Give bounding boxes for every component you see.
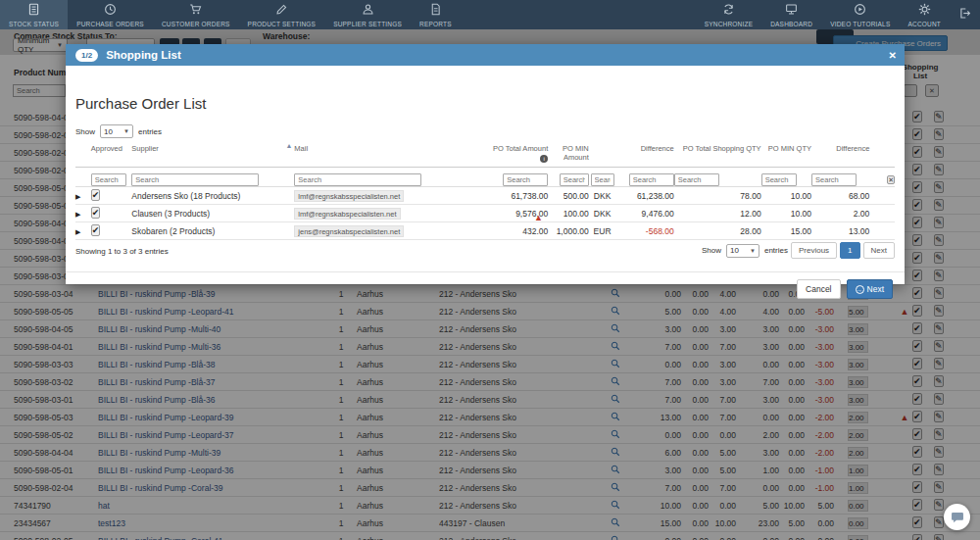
po-min-search-input[interactable] xyxy=(560,173,589,186)
next-page-button[interactable]: Next xyxy=(863,242,895,259)
nav-label: STOCK STATUS xyxy=(9,21,59,27)
modal-body: Purchase Order List Show 10▼ entries App… xyxy=(66,66,905,284)
nav-label: PRODUCT SETTINGS xyxy=(248,21,317,27)
top-navbar: STOCK STATUS PURCHASE ORDERS CUSTOMER OR… xyxy=(0,0,980,29)
po-total-cell: 432.00 xyxy=(480,226,548,236)
nav-item-synchronize[interactable]: SYNCHRONIZE xyxy=(696,0,762,29)
show-label: Show xyxy=(75,127,95,136)
nav-item-account[interactable]: ACCOUNT xyxy=(899,0,950,29)
nav-item-video-tutorials[interactable]: VIDEO TUTORIALS xyxy=(821,0,899,29)
nav-label: DASHBOARD xyxy=(770,21,812,27)
col-po-min-amount[interactable]: PO MIN Amount xyxy=(548,144,589,162)
mail-search-input[interactable] xyxy=(294,173,421,186)
entries-label: entries xyxy=(138,127,162,136)
close-icon[interactable]: ✕ xyxy=(889,50,897,61)
nav-label: VIDEO TUTORIALS xyxy=(830,21,890,27)
min-qty-cell: 10.00 xyxy=(761,209,811,219)
arrow-circle-icon: → xyxy=(856,285,864,294)
mail-field[interactable]: lmf@regnskabsspecialisten.net xyxy=(294,190,404,202)
cancel-button[interactable]: Cancel xyxy=(797,279,840,299)
table-row: ▶ ✔ Clausen (3 Products) lmf@regnskabspe… xyxy=(75,205,895,222)
nav-item-logout[interactable] xyxy=(950,0,980,29)
col-mail[interactable]: Mail xyxy=(294,144,480,153)
show-entries-row: Show 10▼ entries xyxy=(75,124,162,138)
shop-qty-cell: 78.00 xyxy=(674,191,761,201)
supplier-cell: Skobaren (2 Products) xyxy=(131,226,294,236)
table-header-row: Approved Supplier▲ Mail PO Total Amounti… xyxy=(75,144,895,168)
entries-per-page-select[interactable]: 10▼ xyxy=(726,244,760,258)
table-row: ▶ ✔ Andersens Sko (18 Products) lmf@regn… xyxy=(75,187,895,205)
nav-label: PURCHASE ORDERS xyxy=(76,21,144,27)
warning-icon: ▲ xyxy=(534,213,543,222)
play-circle-icon xyxy=(854,3,866,21)
approved-checkbox[interactable]: ✔ xyxy=(91,189,101,201)
person-icon xyxy=(362,3,374,21)
currency-search-input[interactable] xyxy=(591,173,614,186)
page-1-button[interactable]: 1 xyxy=(840,242,859,259)
expand-icon[interactable]: ▶ xyxy=(75,209,91,219)
expand-icon[interactable]: ▶ xyxy=(75,191,91,201)
purchase-order-table: Approved Supplier▲ Mail PO Total Amounti… xyxy=(75,144,895,240)
clock-icon xyxy=(104,3,117,21)
previous-page-button[interactable]: Previous xyxy=(791,242,837,259)
entries-label: entries xyxy=(764,246,788,255)
col-po-min-qty[interactable]: PO MIN QTY xyxy=(761,144,811,153)
nav-item-product-settings[interactable]: PRODUCT SETTINGS xyxy=(239,0,325,29)
difference-cell: 61,238.00 xyxy=(615,191,673,201)
gear-icon xyxy=(918,3,931,21)
next-button[interactable]: →Next xyxy=(847,279,893,299)
chat-widget-button[interactable] xyxy=(944,504,970,530)
expand-icon[interactable]: ▶ xyxy=(75,226,91,236)
stock-status-icon xyxy=(27,3,40,21)
mail-field[interactable]: lmf@regnskabspecialisten.net xyxy=(294,208,400,220)
chevron-down-icon: ▼ xyxy=(123,128,129,134)
min-qty-search-input[interactable] xyxy=(761,173,797,186)
nav-item-customer-orders[interactable]: CUSTOMER ORDERS xyxy=(153,0,239,29)
difference2-cell: 68.00 xyxy=(811,191,869,201)
cart-icon xyxy=(189,3,202,21)
col-difference[interactable]: Difference xyxy=(615,144,673,153)
po-min-cell: 100.00 xyxy=(548,209,589,219)
entries-per-page-select[interactable]: 10▼ xyxy=(100,124,133,138)
difference2-cell: 2.00 xyxy=(811,209,869,219)
difference-search-input[interactable] xyxy=(629,173,674,186)
nav-label: CUSTOMER ORDERS xyxy=(162,21,230,27)
min-qty-cell: 10.00 xyxy=(761,191,811,201)
pencil-icon xyxy=(275,3,288,21)
step-badge: 1/2 xyxy=(75,49,98,62)
clear-filters-button[interactable]: ✕ xyxy=(887,175,895,184)
difference2-cell: 13.00 xyxy=(811,226,869,236)
entries-summary: Showing 1 to 3 of 3 entries xyxy=(75,247,169,256)
supplier-search-input[interactable] xyxy=(131,173,259,186)
modal-header: 1/2 Shopping List ✕ xyxy=(66,44,905,66)
shop-qty-cell: 28.00 xyxy=(674,226,761,236)
nav-item-reports[interactable]: REPORTS xyxy=(411,0,461,29)
col-po-total-shopping-qty[interactable]: PO Total Shopping QTY xyxy=(674,144,761,153)
nav-item-stock-status[interactable]: STOCK STATUS xyxy=(0,0,68,29)
chat-bubble-icon xyxy=(951,511,964,524)
nav-left: STOCK STATUS PURCHASE ORDERS CUSTOMER OR… xyxy=(0,0,461,29)
difference2-search-input[interactable] xyxy=(811,173,857,186)
sort-asc-icon: ▲ xyxy=(285,142,292,149)
col-difference2[interactable]: Difference xyxy=(811,144,869,153)
info-icon: i xyxy=(540,155,548,163)
sync-icon xyxy=(722,3,735,21)
nav-item-purchase-orders[interactable]: PURCHASE ORDERS xyxy=(68,0,153,29)
show-label: Show xyxy=(702,246,721,255)
nav-item-dashboard[interactable]: DASHBOARD xyxy=(761,0,821,29)
supplier-cell: Andersens Sko (18 Products) xyxy=(131,191,294,201)
mail-field[interactable]: jens@regnskabspecialisten.net xyxy=(294,225,404,237)
shop-qty-search-input[interactable] xyxy=(674,173,719,186)
currency-cell: DKK xyxy=(589,191,616,201)
approved-checkbox[interactable]: ✔ xyxy=(91,207,101,219)
approved-checkbox[interactable]: ✔ xyxy=(91,224,101,236)
col-approved[interactable]: Approved xyxy=(91,144,132,153)
po-total-cell: 61,738.00 xyxy=(480,191,548,201)
approved-search-input[interactable] xyxy=(91,173,126,186)
col-po-total-amount[interactable]: PO Total Amounti xyxy=(480,144,548,163)
po-total-search-input[interactable] xyxy=(503,173,548,186)
chevron-down-icon: ▼ xyxy=(750,248,756,254)
nav-item-supplier-settings[interactable]: SUPPLIER SETTINGS xyxy=(324,0,411,29)
col-supplier[interactable]: Supplier▲ xyxy=(131,144,294,153)
currency-cell: DKK xyxy=(589,209,616,219)
